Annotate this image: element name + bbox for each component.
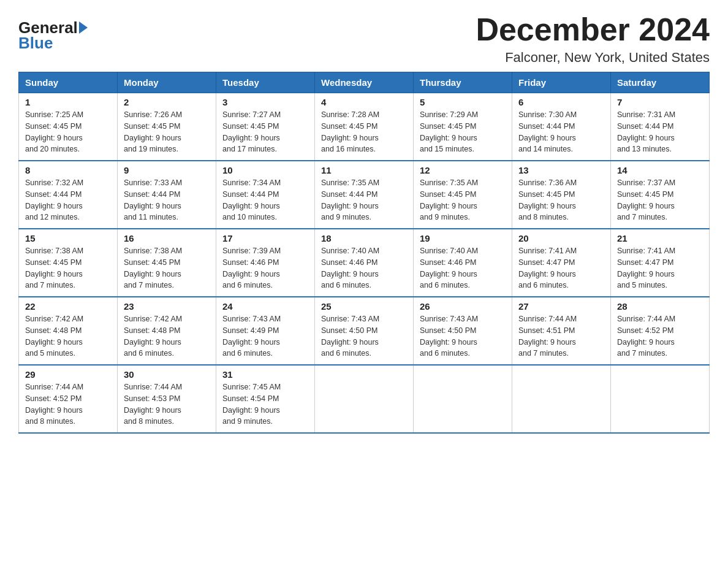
calendar-cell: 31Sunrise: 7:45 AMSunset: 4:54 PMDayligh… [216, 365, 315, 433]
day-info: Sunrise: 7:40 AMSunset: 4:46 PMDaylight:… [420, 245, 506, 291]
day-number: 22 [25, 301, 111, 312]
day-info: Sunrise: 7:41 AMSunset: 4:47 PMDaylight:… [617, 245, 703, 291]
day-info: Sunrise: 7:29 AMSunset: 4:45 PMDaylight:… [420, 109, 506, 155]
calendar-cell: 3Sunrise: 7:27 AMSunset: 4:45 PMDaylight… [216, 93, 315, 161]
day-info: Sunrise: 7:39 AMSunset: 4:46 PMDaylight:… [222, 245, 308, 291]
day-number: 14 [617, 165, 703, 175]
calendar-header-tuesday: Tuesday [216, 72, 315, 93]
calendar-cell: 21Sunrise: 7:41 AMSunset: 4:47 PMDayligh… [611, 229, 710, 297]
calendar-cell: 1Sunrise: 7:25 AMSunset: 4:45 PMDaylight… [19, 93, 118, 161]
logo-arrow-icon [79, 21, 88, 34]
day-info: Sunrise: 7:43 AMSunset: 4:50 PMDaylight:… [321, 313, 407, 359]
day-info: Sunrise: 7:45 AMSunset: 4:54 PMDaylight:… [222, 381, 308, 427]
day-info: Sunrise: 7:44 AMSunset: 4:51 PMDaylight:… [518, 313, 604, 359]
calendar-cell: 25Sunrise: 7:43 AMSunset: 4:50 PMDayligh… [315, 297, 414, 365]
logo: General Blue [18, 18, 88, 53]
calendar-cell: 13Sunrise: 7:36 AMSunset: 4:45 PMDayligh… [512, 161, 611, 229]
calendar-cell: 16Sunrise: 7:38 AMSunset: 4:45 PMDayligh… [118, 229, 216, 297]
day-number: 31 [222, 369, 308, 380]
calendar-header-friday: Friday [512, 72, 611, 93]
calendar-header-monday: Monday [118, 72, 216, 93]
calendar-cell [512, 365, 611, 433]
day-info: Sunrise: 7:35 AMSunset: 4:45 PMDaylight:… [420, 177, 506, 223]
calendar-cell: 10Sunrise: 7:34 AMSunset: 4:44 PMDayligh… [216, 161, 315, 229]
calendar-header-sunday: Sunday [19, 72, 118, 93]
day-info: Sunrise: 7:26 AMSunset: 4:45 PMDaylight:… [124, 109, 210, 155]
calendar-cell: 22Sunrise: 7:42 AMSunset: 4:48 PMDayligh… [19, 297, 118, 365]
day-info: Sunrise: 7:38 AMSunset: 4:45 PMDaylight:… [25, 245, 111, 291]
day-info: Sunrise: 7:44 AMSunset: 4:52 PMDaylight:… [25, 381, 111, 427]
day-info: Sunrise: 7:44 AMSunset: 4:53 PMDaylight:… [124, 381, 210, 427]
day-info: Sunrise: 7:35 AMSunset: 4:44 PMDaylight:… [321, 177, 407, 223]
calendar-cell: 18Sunrise: 7:40 AMSunset: 4:46 PMDayligh… [315, 229, 414, 297]
day-info: Sunrise: 7:27 AMSunset: 4:45 PMDaylight:… [222, 109, 308, 155]
day-info: Sunrise: 7:33 AMSunset: 4:44 PMDaylight:… [124, 177, 210, 223]
day-info: Sunrise: 7:31 AMSunset: 4:44 PMDaylight:… [617, 109, 703, 155]
day-info: Sunrise: 7:44 AMSunset: 4:52 PMDaylight:… [617, 313, 703, 359]
calendar-cell: 2Sunrise: 7:26 AMSunset: 4:45 PMDaylight… [118, 93, 216, 161]
day-number: 12 [420, 165, 506, 175]
day-number: 5 [420, 97, 506, 107]
day-info: Sunrise: 7:38 AMSunset: 4:45 PMDaylight:… [124, 245, 210, 291]
calendar-cell [611, 365, 710, 433]
calendar-table: SundayMondayTuesdayWednesdayThursdayFrid… [18, 72, 710, 434]
day-info: Sunrise: 7:42 AMSunset: 4:48 PMDaylight:… [124, 313, 210, 359]
day-number: 7 [617, 97, 703, 107]
page-header: General Blue December 2024 Falconer, New… [18, 12, 710, 66]
day-info: Sunrise: 7:41 AMSunset: 4:47 PMDaylight:… [518, 245, 604, 291]
day-number: 19 [420, 233, 506, 243]
calendar-cell: 19Sunrise: 7:40 AMSunset: 4:46 PMDayligh… [414, 229, 512, 297]
calendar-cell: 6Sunrise: 7:30 AMSunset: 4:44 PMDaylight… [512, 93, 611, 161]
day-number: 6 [518, 97, 604, 107]
calendar-header-wednesday: Wednesday [315, 72, 414, 93]
page-title: December 2024 [476, 12, 710, 47]
calendar-cell: 8Sunrise: 7:32 AMSunset: 4:44 PMDaylight… [19, 161, 118, 229]
day-number: 26 [420, 301, 506, 312]
calendar-cell: 20Sunrise: 7:41 AMSunset: 4:47 PMDayligh… [512, 229, 611, 297]
day-number: 20 [518, 233, 604, 243]
day-info: Sunrise: 7:30 AMSunset: 4:44 PMDaylight:… [518, 109, 604, 155]
day-number: 9 [124, 165, 210, 175]
day-number: 25 [321, 301, 407, 312]
calendar-week-row: 8Sunrise: 7:32 AMSunset: 4:44 PMDaylight… [19, 161, 710, 229]
day-info: Sunrise: 7:32 AMSunset: 4:44 PMDaylight:… [25, 177, 111, 223]
day-number: 29 [25, 369, 111, 380]
calendar-cell: 28Sunrise: 7:44 AMSunset: 4:52 PMDayligh… [611, 297, 710, 365]
calendar-cell: 30Sunrise: 7:44 AMSunset: 4:53 PMDayligh… [118, 365, 216, 433]
day-info: Sunrise: 7:42 AMSunset: 4:48 PMDaylight:… [25, 313, 111, 359]
logo-blue-text: Blue [18, 34, 53, 53]
day-number: 13 [518, 165, 604, 175]
day-number: 27 [518, 301, 604, 312]
calendar-header-saturday: Saturday [611, 72, 710, 93]
calendar-cell [414, 365, 512, 433]
day-info: Sunrise: 7:28 AMSunset: 4:45 PMDaylight:… [321, 109, 407, 155]
calendar-cell: 9Sunrise: 7:33 AMSunset: 4:44 PMDaylight… [118, 161, 216, 229]
day-info: Sunrise: 7:43 AMSunset: 4:50 PMDaylight:… [420, 313, 506, 359]
calendar-cell: 23Sunrise: 7:42 AMSunset: 4:48 PMDayligh… [118, 297, 216, 365]
day-number: 3 [222, 97, 308, 107]
day-number: 24 [222, 301, 308, 312]
calendar-cell: 11Sunrise: 7:35 AMSunset: 4:44 PMDayligh… [315, 161, 414, 229]
day-info: Sunrise: 7:36 AMSunset: 4:45 PMDaylight:… [518, 177, 604, 223]
day-info: Sunrise: 7:25 AMSunset: 4:45 PMDaylight:… [25, 109, 111, 155]
day-number: 18 [321, 233, 407, 243]
day-number: 16 [124, 233, 210, 243]
day-info: Sunrise: 7:43 AMSunset: 4:49 PMDaylight:… [222, 313, 308, 359]
calendar-cell: 29Sunrise: 7:44 AMSunset: 4:52 PMDayligh… [19, 365, 118, 433]
calendar-week-row: 1Sunrise: 7:25 AMSunset: 4:45 PMDaylight… [19, 93, 710, 161]
calendar-header-thursday: Thursday [414, 72, 512, 93]
calendar-header-row: SundayMondayTuesdayWednesdayThursdayFrid… [19, 72, 710, 93]
calendar-week-row: 29Sunrise: 7:44 AMSunset: 4:52 PMDayligh… [19, 365, 710, 433]
calendar-cell [315, 365, 414, 433]
calendar-cell: 24Sunrise: 7:43 AMSunset: 4:49 PMDayligh… [216, 297, 315, 365]
day-number: 2 [124, 97, 210, 107]
calendar-cell: 15Sunrise: 7:38 AMSunset: 4:45 PMDayligh… [19, 229, 118, 297]
day-number: 10 [222, 165, 308, 175]
calendar-week-row: 22Sunrise: 7:42 AMSunset: 4:48 PMDayligh… [19, 297, 710, 365]
day-number: 17 [222, 233, 308, 243]
calendar-cell: 12Sunrise: 7:35 AMSunset: 4:45 PMDayligh… [414, 161, 512, 229]
calendar-cell: 4Sunrise: 7:28 AMSunset: 4:45 PMDaylight… [315, 93, 414, 161]
calendar-cell: 27Sunrise: 7:44 AMSunset: 4:51 PMDayligh… [512, 297, 611, 365]
day-number: 28 [617, 301, 703, 312]
calendar-cell: 26Sunrise: 7:43 AMSunset: 4:50 PMDayligh… [414, 297, 512, 365]
